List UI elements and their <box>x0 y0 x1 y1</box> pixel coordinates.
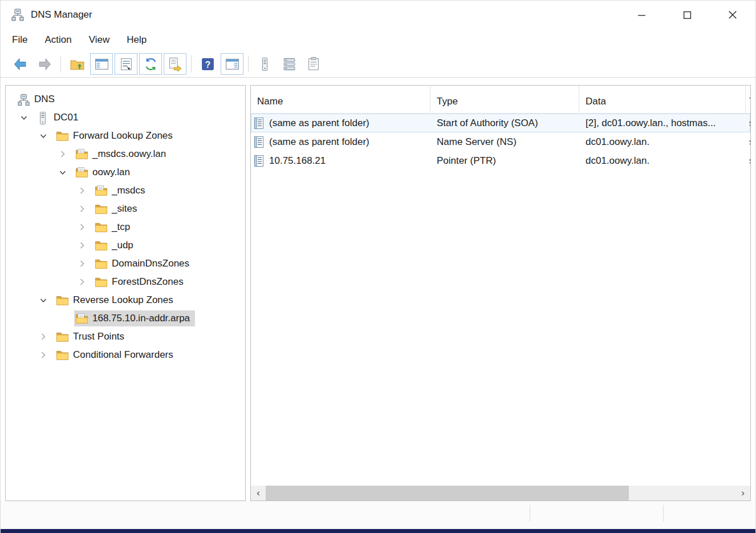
scrollbar-track[interactable] <box>629 486 735 500</box>
chevron-expanded-icon[interactable] <box>16 112 35 123</box>
server-icon[interactable] <box>253 53 276 75</box>
scrollbar-thumb[interactable] <box>266 486 629 500</box>
menu-bar: FileActionViewHelp <box>1 29 755 51</box>
chevron-collapsed-icon[interactable] <box>74 185 94 196</box>
show-console-tree-icon[interactable] <box>90 53 113 75</box>
record-data: dc01.oowy.lan. <box>579 155 746 167</box>
record-icon <box>253 117 266 130</box>
record-row[interactable]: (same as parent folder)Start of Authorit… <box>251 114 750 132</box>
tree-item-168-75-10-in-addr-arpa[interactable]: 168.75.10.in-addr.arpa <box>6 309 245 328</box>
close-button[interactable] <box>710 1 755 29</box>
tree-item-oowy-lan[interactable]: oowy.lan <box>6 163 245 181</box>
chevron-expanded-icon[interactable] <box>35 295 55 305</box>
tree-item-msdcs-oowy-lan[interactable]: _msdcs.oowy.lan <box>6 145 245 163</box>
back-icon[interactable] <box>9 53 31 75</box>
menu-view[interactable]: View <box>80 31 119 49</box>
toolbar: ? <box>1 51 755 78</box>
zone-icon <box>75 312 88 325</box>
tree-item-udp[interactable]: _udp <box>6 236 245 255</box>
chevron-expanded-icon[interactable] <box>55 167 74 177</box>
tree-item-dns[interactable]: DNS <box>6 90 245 108</box>
zone-icon <box>75 166 88 179</box>
minimize-button[interactable] <box>619 1 664 29</box>
tree-item-label: _msdcs <box>112 185 145 196</box>
toolbar-separator <box>60 55 61 72</box>
chevron-expanded-icon[interactable] <box>35 131 55 141</box>
window-title: DNS Manager <box>31 9 92 21</box>
tree-item-label: DNS <box>34 94 55 105</box>
menu-help[interactable]: Help <box>118 31 155 49</box>
zone-list-icon[interactable] <box>278 53 300 75</box>
record-icon <box>253 155 266 167</box>
record-timestamp: s <box>746 136 750 148</box>
column-header-data[interactable]: Data <box>579 86 746 113</box>
window-controls <box>619 1 755 29</box>
scroll-left-icon[interactable]: ‹ <box>251 486 266 500</box>
menu-file[interactable]: File <box>3 31 36 49</box>
tree-item-label: _udp <box>112 240 133 251</box>
chevron-collapsed-icon[interactable] <box>35 350 55 360</box>
up-one-level-icon[interactable] <box>66 53 88 75</box>
scroll-right-icon[interactable]: › <box>735 486 750 500</box>
toolbar-separator <box>191 55 192 72</box>
export-list-icon[interactable] <box>164 53 186 75</box>
tree-item-trust-points[interactable]: Trust Points <box>6 328 245 346</box>
tree-item-forward-lookup-zones[interactable]: Forward Lookup Zones <box>6 127 245 145</box>
chevron-collapsed-icon[interactable] <box>55 149 74 159</box>
folder-icon <box>56 349 69 362</box>
chevron-collapsed-icon[interactable] <box>74 277 94 287</box>
tree-item-msdcs[interactable]: _msdcs <box>6 181 245 200</box>
results-panel: NameTypeDataT (same as parent folder)Sta… <box>250 85 751 501</box>
record-name-cell: 10.75.168.21 <box>251 155 430 167</box>
tree-item-label: 168.75.10.in-addr.arpa <box>92 313 190 324</box>
chevron-collapsed-icon[interactable] <box>35 332 55 342</box>
server-icon <box>36 111 50 124</box>
chevron-collapsed-icon[interactable] <box>74 204 94 214</box>
column-header-type[interactable]: Type <box>430 86 579 113</box>
chevron-collapsed-icon[interactable] <box>74 259 94 269</box>
folder-icon <box>56 294 69 307</box>
tree-item-dc01[interactable]: DC01 <box>6 108 245 127</box>
tree-item-sites[interactable]: _sites <box>6 200 245 218</box>
record-type: Name Server (NS) <box>430 136 579 148</box>
record-row[interactable]: (same as parent folder)Name Server (NS)d… <box>251 132 750 151</box>
properties-sheet-icon[interactable] <box>302 53 325 75</box>
horizontal-scrollbar[interactable]: ‹ › <box>251 486 750 500</box>
status-bar <box>1 501 755 529</box>
help-icon[interactable]: ? <box>196 53 219 75</box>
column-header-timestamp[interactable]: T <box>746 86 751 113</box>
status-divider <box>663 505 664 522</box>
folder-icon <box>56 130 69 143</box>
menu-action[interactable]: Action <box>36 31 80 49</box>
tree-item-label: DC01 <box>54 112 78 123</box>
folder-icon <box>95 276 108 289</box>
tree-item-label: Conditional Forwarders <box>73 349 173 361</box>
record-name: (same as parent folder) <box>269 118 369 129</box>
tree-item-label: _msdcs.oowy.lan <box>92 148 166 160</box>
tree-item-conditional-forwarders[interactable]: Conditional Forwarders <box>6 346 245 364</box>
record-name-cell: (same as parent folder) <box>251 117 430 130</box>
svg-text:?: ? <box>205 59 210 69</box>
show-action-pane-icon[interactable] <box>221 53 243 75</box>
chevron-collapsed-icon[interactable] <box>74 222 94 232</box>
folder-icon <box>56 330 69 344</box>
refresh-icon[interactable] <box>139 53 162 75</box>
properties-icon[interactable] <box>115 53 137 75</box>
chevron-collapsed-icon[interactable] <box>74 240 94 251</box>
tree-item-domaindnszones[interactable]: DomainDnsZones <box>6 255 245 273</box>
record-name-cell: (same as parent folder) <box>251 136 430 148</box>
console-tree-panel: DNSDC01Forward Lookup Zones_msdcs.oowy.l… <box>5 85 246 501</box>
column-header-name[interactable]: Name <box>251 86 430 113</box>
tree-item-label: Trust Points <box>73 331 124 342</box>
tree-item-forestdnszones[interactable]: ForestDnsZones <box>6 273 245 291</box>
maximize-button[interactable] <box>664 1 710 29</box>
status-divider <box>530 505 530 522</box>
record-icon <box>253 136 266 148</box>
tree-item-reverse-lookup-zones[interactable]: Reverse Lookup Zones <box>6 291 245 309</box>
tree-item-label: _sites <box>112 203 137 215</box>
tree-item-tcp[interactable]: _tcp <box>6 218 245 236</box>
tree-item-label: DomainDnsZones <box>112 258 189 269</box>
forward-icon[interactable] <box>33 53 56 75</box>
folder-icon <box>95 203 108 216</box>
record-row[interactable]: 10.75.168.21Pointer (PTR)dc01.oowy.lan.s <box>251 151 750 170</box>
